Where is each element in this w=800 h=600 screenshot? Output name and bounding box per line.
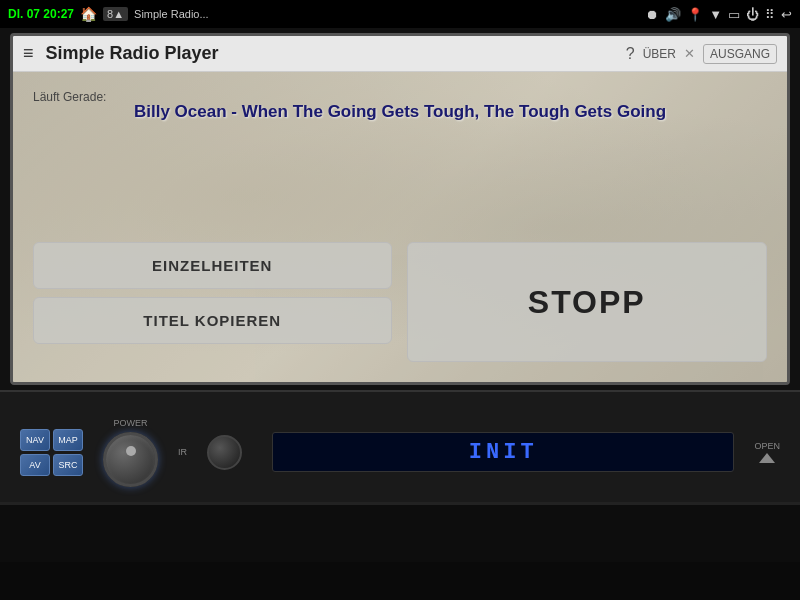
status-time: DI. 07 20:27 [8,7,74,21]
power-label: POWER [113,418,147,428]
screen-wrapper: ≡ Simple Radio Player ? ÜBER ✕ AUSGANG L… [10,33,790,385]
track-title: Billy Ocean - When The Going Gets Tough,… [33,100,767,124]
open-label: OPEN [754,441,780,451]
src-button[interactable]: SRC [53,454,83,476]
lauft-label: Läuft Gerade: [33,90,106,104]
location-icon: 📍 [687,7,703,22]
display-unit: INIT [272,432,734,472]
uber-button[interactable]: ÜBER [643,47,676,61]
hamburger-icon[interactable]: ≡ [23,43,34,64]
now-playing-area: Läuft Gerade: Billy Ocean - When The Goi… [13,72,787,134]
question-icon: ? [626,45,635,63]
titel-kopieren-button[interactable]: TITEL KOPIEREN [33,297,392,344]
record-icon: ⏺ [646,7,659,22]
status-icons-right: ⏺ 🔊 📍 ▼ ▭ ⏻ ⠿ ↩ [646,7,792,22]
einzelheiten-button[interactable]: EINZELHEITEN [33,242,392,289]
status-radio-title: Simple Radio... [134,8,209,20]
cd-unit: NAV MAP AV SRC POWER IR I [0,402,800,502]
volume-knob[interactable] [207,435,242,470]
battery-icon: ▭ [728,7,740,22]
device-bezel-top [0,390,800,402]
wifi-icon: ▼ [709,7,722,22]
device-outer: DI. 07 20:27 🏠 8▲ Simple Radio... ⏺ 🔊 📍 … [0,0,800,600]
cd-buttons-left: NAV MAP AV SRC [20,429,83,476]
open-button[interactable]: OPEN [754,441,780,463]
stopp-button[interactable]: STOPP [407,242,768,362]
ir-label: IR [178,447,187,457]
grid-icon: ⠿ [765,7,775,22]
display-text: INIT [469,440,538,465]
av-button[interactable]: AV [20,454,50,476]
left-buttons: EINZELHEITEN TITEL KOPIEREN [33,242,392,362]
buttons-area: EINZELHEITEN TITEL KOPIEREN STOPP [13,242,787,362]
app-title-text: Simple Radio Player [46,43,626,64]
map-button[interactable]: MAP [53,429,83,451]
status-bar: DI. 07 20:27 🏠 8▲ Simple Radio... ⏺ 🔊 📍 … [0,0,800,28]
device-base [0,502,800,562]
device-bottom: NAV MAP AV SRC POWER IR I [0,390,800,600]
status-app-count: 8▲ [103,7,128,21]
ausgang-button[interactable]: AUSGANG [703,44,777,64]
home-icon[interactable]: 🏠 [80,6,97,22]
power-knob-indicator [126,446,136,456]
nav-button[interactable]: NAV [20,429,50,451]
power-section: POWER [103,418,158,487]
power-icon: ⏻ [746,7,759,22]
close-icon: ✕ [684,46,695,61]
open-triangle-icon [759,453,775,463]
volume-icon: 🔊 [665,7,681,22]
cd-btn-row-bottom: AV SRC [20,454,83,476]
title-bar-right: ? ÜBER ✕ AUSGANG [626,44,777,64]
back-icon: ↩ [781,7,792,22]
main-content: Läuft Gerade: Billy Ocean - When The Goi… [13,72,787,382]
cd-btn-row-top: NAV MAP [20,429,83,451]
app-title-bar: ≡ Simple Radio Player ? ÜBER ✕ AUSGANG [13,36,787,72]
power-knob[interactable] [103,432,158,487]
